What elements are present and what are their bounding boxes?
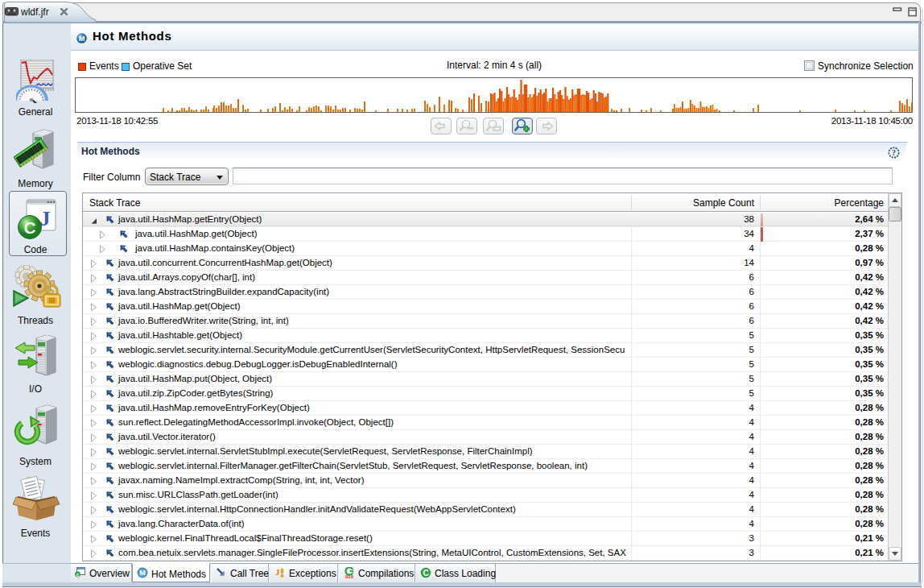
svg-text:M: M [79, 35, 85, 43]
svg-text:C: C [23, 218, 35, 237]
svg-text:c: c [76, 572, 80, 578]
svg-text:C: C [423, 569, 428, 578]
svg-text:010: 010 [345, 574, 354, 578]
svg-text:?: ? [892, 148, 896, 157]
svg-text:M: M [139, 569, 146, 577]
svg-text:J: J [275, 567, 280, 577]
